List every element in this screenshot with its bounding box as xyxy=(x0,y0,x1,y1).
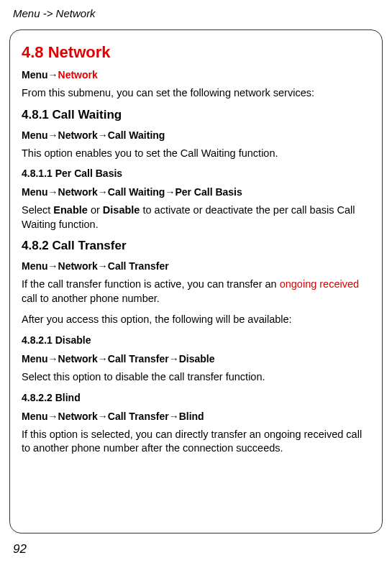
ct-disable-path: Menu→Network→Call Transfer→Disable xyxy=(22,353,370,365)
arrow-icon: → xyxy=(48,129,58,141)
ct-blind-heading: 4.8.2.2 Blind xyxy=(22,392,370,403)
path-call-transfer: Call Transfer xyxy=(108,260,169,272)
path-call-waiting: Call Waiting xyxy=(108,186,165,198)
arrow-icon: → xyxy=(48,353,58,365)
arrow-icon: → xyxy=(169,353,179,365)
call-transfer-heading: 4.8.2 Call Transfer xyxy=(22,239,370,253)
arrow-icon: → xyxy=(48,411,58,422)
arrow-icon: → xyxy=(165,186,175,198)
path-network: Network xyxy=(58,129,98,141)
call-waiting-heading: 4.8.1 Call Waiting xyxy=(22,108,370,122)
path-menu: Menu xyxy=(22,411,48,422)
desc-prefix: If the call transfer function is active,… xyxy=(22,278,280,290)
ct-blind-path: Menu→Network→Call Transfer→Blind xyxy=(22,411,370,422)
path-menu: Menu xyxy=(22,353,48,365)
arrow-icon: → xyxy=(98,260,108,272)
path-call-transfer: Call Transfer xyxy=(108,353,169,365)
call-waiting-desc: This option enables you to set the Call … xyxy=(22,147,370,161)
arrow-icon: → xyxy=(48,186,58,198)
path-network: Network xyxy=(58,69,98,81)
disable-label: Disable xyxy=(103,204,140,216)
enable-label: Enable xyxy=(53,204,88,216)
path-menu: Menu xyxy=(22,129,48,141)
ct-disable-desc: Select this option to disable the call t… xyxy=(22,370,370,385)
arrow-icon: → xyxy=(48,260,58,272)
ct-disable-heading: 4.8.2.1 Disable xyxy=(22,334,370,346)
path-network: Network xyxy=(58,260,98,272)
content-box: 4.8 Network Menu→Network From this subme… xyxy=(9,29,383,533)
arrow-icon: → xyxy=(48,69,58,81)
call-transfer-desc: If the call transfer function is active,… xyxy=(22,278,370,306)
section-intro: From this submenu, you can set the follo… xyxy=(22,86,370,101)
path-menu: Menu xyxy=(22,69,48,81)
arrow-icon: → xyxy=(169,411,179,422)
section-path: Menu→Network xyxy=(22,69,370,81)
desc-suffix: call to another phone number. xyxy=(22,293,160,304)
section-title: 4.8 Network xyxy=(22,43,370,62)
path-per-call: Per Call Basis xyxy=(175,186,242,198)
ct-blind-desc: If this option is selected, you can dire… xyxy=(22,428,370,456)
per-call-basis-heading: 4.8.1.1 Per Call Basis xyxy=(22,168,370,179)
arrow-icon: → xyxy=(98,186,108,198)
desc-highlight: ongoing received xyxy=(280,278,359,290)
path-call-transfer: Call Transfer xyxy=(108,411,169,422)
per-call-desc: Select Enable or Disable to activate or … xyxy=(22,203,370,232)
path-network: Network xyxy=(58,353,98,365)
path-menu: Menu xyxy=(22,186,48,198)
desc-prefix: Select xyxy=(22,204,53,216)
call-waiting-path: Menu→Network→Call Waiting xyxy=(22,129,370,141)
path-network: Network xyxy=(58,411,98,422)
arrow-icon: → xyxy=(98,353,108,365)
breadcrumb: Menu -> Network xyxy=(0,0,392,19)
path-call-waiting: Call Waiting xyxy=(108,129,165,141)
path-network: Network xyxy=(58,186,98,198)
call-transfer-path: Menu→Network→Call Transfer xyxy=(22,260,370,272)
path-disable: Disable xyxy=(179,353,215,365)
path-menu: Menu xyxy=(22,260,48,272)
arrow-icon: → xyxy=(98,411,108,422)
arrow-icon: → xyxy=(98,129,108,141)
per-call-path: Menu→Network→Call Waiting→Per Call Basis xyxy=(22,186,370,198)
path-blind: Blind xyxy=(179,411,204,422)
call-transfer-desc2: After you access this option, the follow… xyxy=(22,313,370,327)
desc-or: or xyxy=(88,204,103,216)
page-number: 92 xyxy=(13,542,27,556)
